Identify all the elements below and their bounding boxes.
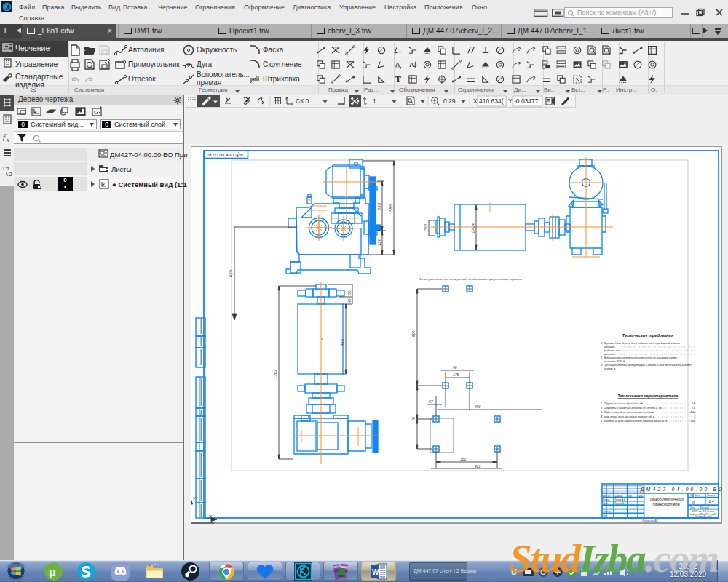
svg-text:транспортёра: транспортёра bbox=[652, 502, 679, 506]
svg-text:Дата: Дата bbox=[638, 495, 643, 498]
svg-text:295: 295 bbox=[377, 202, 381, 211]
svg-text:625: 625 bbox=[229, 269, 233, 277]
svg-text:45: 45 bbox=[347, 298, 352, 303]
svg-text:Лист: Лист bbox=[690, 506, 695, 509]
svg-text:1. Окраска: Уход берега без в: 1. Окраска: Уход берега без в рабочих зо… bbox=[601, 342, 681, 345]
svg-text:Привод ленточного: Привод ленточного bbox=[649, 497, 684, 501]
svg-text:∅60: ∅60 bbox=[424, 223, 428, 232]
svg-text:W: W bbox=[372, 568, 379, 576]
svg-text:U: U bbox=[511, 567, 517, 576]
svg-text:№ докум.: № докум. bbox=[614, 495, 623, 498]
svg-text:2. Скорость в движении в полн: 2. Скорость в движении в полной об. лент… bbox=[600, 407, 662, 410]
svg-text:2.4: 2.4 bbox=[691, 407, 695, 410]
svg-text:Пров.: Пров. bbox=[603, 502, 609, 505]
svg-text:55: 55 bbox=[347, 290, 352, 295]
svg-text:µ: µ bbox=[49, 565, 56, 579]
svg-text:↳2: ↳2 bbox=[5, 172, 12, 177]
svg-text:4 64: 4 64 bbox=[690, 411, 695, 414]
svg-text:Утв.: Утв. bbox=[603, 514, 607, 517]
svg-text:Леонов А.А.: Леонов А.А. bbox=[614, 498, 626, 501]
svg-text:~ 560: ~ 560 bbox=[689, 420, 695, 423]
svg-text:4. срок носки, явно сво войс: 4. срок носки, явно сво войст вование об… bbox=[601, 415, 654, 418]
svg-text:1:4: 1:4 bbox=[709, 499, 714, 503]
svg-text:Лит.: Лит. bbox=[690, 494, 694, 497]
svg-text:57: 57 bbox=[429, 399, 433, 404]
svg-text:0.29:: 0.29: bbox=[443, 97, 457, 105]
svg-text:416: 416 bbox=[475, 464, 481, 469]
svg-text:410.634(: 410.634( bbox=[479, 97, 504, 105]
svg-text:128: 128 bbox=[377, 238, 381, 246]
svg-text:не более 20/15 Н.: не более 20/15 Н. bbox=[604, 360, 626, 363]
svg-text:Техническая характеристика: Техническая характеристика bbox=[617, 394, 678, 398]
svg-text:установ.: установ. bbox=[604, 353, 615, 356]
svg-text:Подп.: Подп. bbox=[628, 495, 633, 498]
svg-text:в норм. в.: в норм. в. bbox=[604, 367, 616, 370]
svg-text:Технические требования: Технические требования bbox=[622, 333, 674, 338]
svg-text:5. Восстан в. брак авив явно: 5. Восстан в. брак авив явнослов бойство… bbox=[601, 420, 668, 423]
svg-text:2 Н: 2 Н bbox=[690, 402, 695, 405]
svg-text:Разраб.: Разраб. bbox=[603, 498, 610, 501]
svg-text:Формат А1: Формат А1 bbox=[642, 519, 658, 522]
svg-text:x: x bbox=[6, 137, 9, 143]
svg-text:1. Окружная сила на барабане: 1. Окружная сила на барабане, кН bbox=[601, 402, 643, 405]
svg-text:585: 585 bbox=[389, 204, 393, 212]
svg-text:X: X bbox=[473, 97, 478, 105]
svg-text:70: 70 bbox=[411, 417, 416, 421]
svg-text:стойкое.: стойкое. bbox=[604, 346, 615, 348]
svg-text:1↰: 1↰ bbox=[2, 166, 9, 171]
svg-text:Листов 1: Листов 1 bbox=[701, 506, 710, 509]
svg-text:Проект Дм 2мод: Проект Дм 2мод bbox=[695, 515, 712, 518]
svg-text:490: 490 bbox=[475, 404, 481, 409]
svg-text:175: 175 bbox=[453, 372, 459, 377]
svg-text:Масса: Масса bbox=[695, 494, 700, 497]
svg-text:1382: 1382 bbox=[273, 369, 277, 379]
svg-text:Н.контр.: Н.контр. bbox=[603, 510, 611, 513]
svg-text:∅426: ∅426 bbox=[471, 222, 475, 234]
svg-text:Y: Y bbox=[508, 97, 513, 105]
svg-text:Масштаб: Масштаб bbox=[707, 494, 716, 497]
svg-text:2. Набивальная и уплотнения: 2. Набивальная и уплотнения натяжного на… bbox=[600, 356, 677, 359]
svg-text:Схема расположения отверстий,: Схема расположения отверстий, необходимы… bbox=[419, 277, 522, 281]
svg-text:500: 500 bbox=[411, 330, 416, 337]
svg-text:3: 3 bbox=[694, 415, 695, 418]
svg-text:96: 96 bbox=[453, 365, 457, 370]
svg-text:08 00`00`40-12Ɣ̎W: 08 00`00`40-12Ɣ̎W bbox=[207, 152, 244, 156]
svg-text:-0.03477: -0.03477 bbox=[514, 97, 539, 105]
svg-text:Изм.Лист: Изм.Лист bbox=[603, 495, 612, 498]
svg-text:СК 0: СК 0 bbox=[296, 97, 309, 105]
svg-text:Фролов М.: Фролов М. bbox=[614, 502, 625, 505]
svg-text:Y: Y bbox=[192, 495, 197, 502]
svg-text:865: 865 bbox=[341, 338, 345, 346]
svg-text:360: 360 bbox=[460, 457, 467, 461]
svg-text:1: 1 bbox=[373, 97, 376, 105]
svg-text:X: X bbox=[207, 514, 213, 520]
svg-text:3. Предохранители к эксплуата: 3. Предохранители к эксплуатации и смазк… bbox=[601, 364, 692, 367]
svg-text:3. Общ ев пада безо пасна ко: 3. Общ ев пада безо пасна кол-во передач… bbox=[601, 411, 654, 414]
